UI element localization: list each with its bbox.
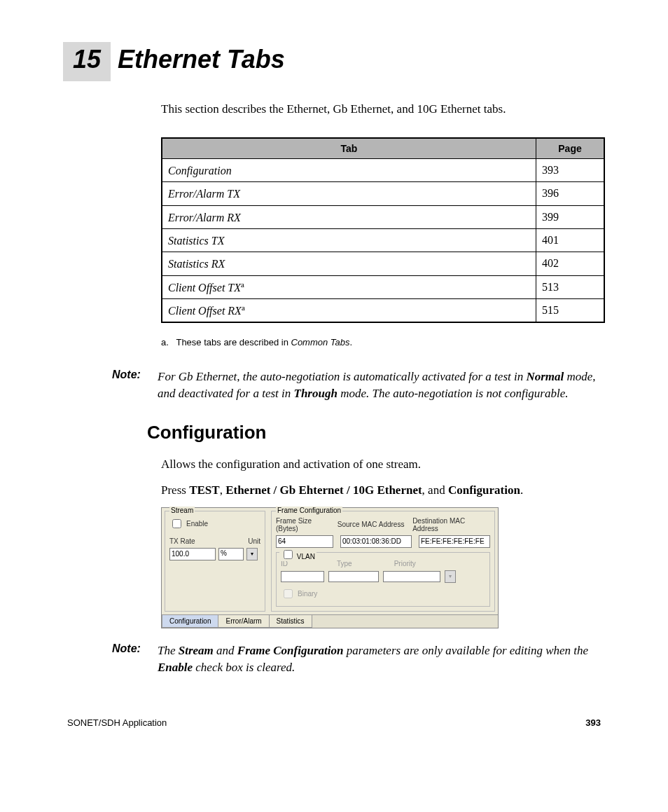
tabs-table: Tab Page Configuration393 Error/Alarm TX… (161, 137, 605, 323)
frame-legend: Frame Configuration (276, 507, 342, 514)
cell-page: 393 (536, 159, 605, 182)
paragraph: Allows the configuration and activation … (161, 457, 605, 472)
table-footnote: a. These tabs are described in Common Ta… (161, 337, 605, 347)
note-body: The Stream and Frame Configuration param… (158, 642, 605, 676)
vlan-type-input[interactable] (328, 571, 379, 582)
txrate-label: TX Rate (169, 537, 195, 545)
frame-size-label: Frame Size (Bytes) (276, 517, 330, 532)
col-header-page: Page (536, 138, 605, 159)
note-block: Note: For Gb Ethernet, the auto-negotiat… (112, 369, 605, 402)
cell-page: 399 (536, 205, 605, 228)
cell-tab: Client Offset RX (168, 305, 242, 317)
paragraph: Press TEST, Ethernet / Gb Ehternet / 10G… (161, 483, 605, 497)
table-row: Statistics RX402 (162, 252, 604, 275)
footer-page-number: 393 (585, 717, 601, 728)
table-row: Client Offset TXa513 (162, 275, 604, 298)
dst-mac-input[interactable] (419, 535, 490, 548)
unit-select[interactable]: % (218, 548, 244, 560)
tab-configuration[interactable]: Configuration (162, 615, 218, 628)
src-mac-input[interactable] (340, 535, 412, 548)
cell-page: 515 (536, 298, 605, 322)
binary-label: Binary (298, 590, 317, 598)
table-row: Error/Alarm TX396 (162, 182, 604, 205)
frame-size-input[interactable] (276, 535, 333, 548)
section-heading: Configuration (147, 422, 605, 443)
src-mac-label: Source MAC Address (338, 521, 405, 528)
table-row: Client Offset RXa515 (162, 298, 604, 322)
dst-mac-label: Destination MAC Address (412, 517, 490, 532)
table-row: Statistics TX401 (162, 228, 604, 252)
cell-tab: Statistics RX (168, 259, 225, 270)
intro-paragraph: This section describes the Ethernet, Gb … (161, 102, 605, 116)
note-block: Note: The Stream and Frame Configuration… (112, 642, 605, 676)
cell-tab: Client Offset TX (168, 282, 241, 294)
tab-error-alarm[interactable]: Error/Alarm (218, 615, 269, 628)
vlan-legend: VLAN (279, 548, 316, 561)
footnote-text: These tabs are described in Common Tabs. (176, 337, 352, 347)
footer-left: SONET/SDH Application (67, 717, 167, 728)
vlan-priority-label: Priority (394, 560, 416, 567)
binary-checkbox[interactable] (284, 589, 293, 598)
chevron-down-icon[interactable]: ▾ (445, 570, 456, 583)
cell-sup: a (241, 280, 244, 289)
footnote-label: a. (161, 337, 169, 347)
tab-bar: Configuration Error/Alarm Statistics (162, 614, 498, 628)
cell-page: 401 (536, 228, 605, 252)
cell-tab: Statistics TX (168, 235, 224, 247)
chapter-number: 15 (63, 42, 111, 81)
vlan-type-label: Type (337, 560, 352, 567)
txrate-input[interactable] (169, 548, 216, 560)
note-body: For Gb Ethernet, the auto-negotiation is… (158, 369, 605, 402)
table-row: Error/Alarm RX399 (162, 205, 604, 228)
cell-page: 402 (536, 252, 605, 275)
table-row: Configuration393 (162, 159, 604, 182)
vlan-priority-select[interactable] (383, 571, 440, 582)
chevron-down-icon[interactable]: ▾ (246, 548, 258, 560)
frame-config-groupbox: Frame Configuration Frame Size (Bytes) S… (271, 511, 495, 612)
chapter-title: Ethernet Tabs (118, 45, 285, 74)
tab-statistics[interactable]: Statistics (269, 615, 312, 628)
vlan-id-input[interactable] (281, 571, 324, 582)
note-label: Note: (112, 642, 158, 676)
cell-tab: Configuration (168, 165, 232, 177)
chapter-header: 15 Ethernet Tabs (63, 42, 605, 81)
cell-tab: Error/Alarm RX (168, 212, 241, 223)
cell-tab: Error/Alarm TX (168, 188, 240, 200)
unit-label: Unit (248, 537, 260, 545)
cell-page: 396 (536, 182, 605, 205)
cell-sup: a (242, 303, 245, 312)
enable-checkbox[interactable] (172, 519, 181, 528)
vlan-groupbox: VLAN ID Type Priority ▾ Binary (276, 552, 490, 607)
note-label: Note: (112, 369, 158, 402)
screenshot-panel: Stream Enable TX Rate Unit % ▾ Frame Con… (161, 507, 499, 628)
enable-label: Enable (186, 520, 208, 528)
vlan-checkbox[interactable] (284, 550, 293, 559)
page-footer: SONET/SDH Application 393 (63, 717, 605, 728)
col-header-tab: Tab (162, 138, 536, 159)
cell-page: 513 (536, 275, 605, 298)
stream-legend: Stream (169, 507, 195, 514)
stream-groupbox: Stream Enable TX Rate Unit % ▾ (165, 511, 265, 612)
